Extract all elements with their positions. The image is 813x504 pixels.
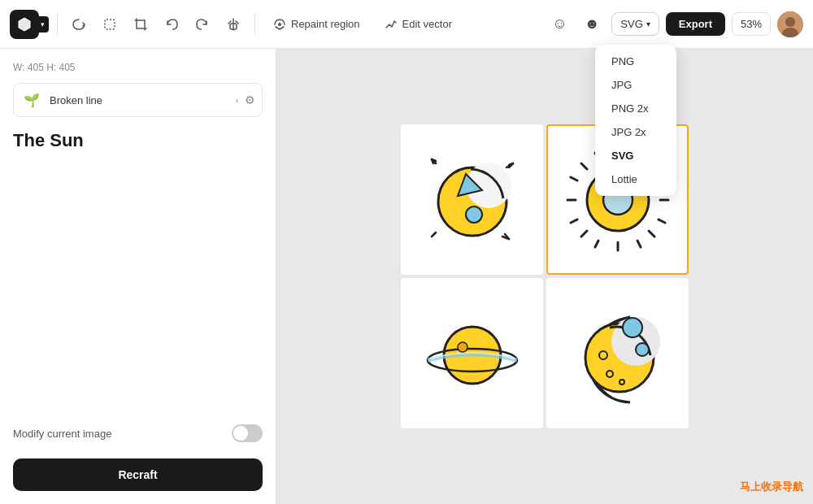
- svg-line-33: [659, 219, 665, 223]
- layer-icon: 🌱: [20, 89, 43, 111]
- format-option-lottie[interactable]: Lottie: [595, 167, 676, 191]
- panel-spacer: [13, 161, 263, 415]
- modify-label: Modify current image: [13, 428, 111, 440]
- emoji-face-button[interactable]: ☺: [546, 11, 572, 37]
- svg-point-45: [623, 318, 642, 337]
- avatar[interactable]: [777, 11, 803, 37]
- dropdown-caret-icon: ▾: [646, 20, 650, 28]
- svg-line-30: [571, 177, 577, 180]
- zoom-level[interactable]: 53%: [732, 12, 771, 36]
- format-dropdown-button[interactable]: SVG ▾: [611, 12, 659, 36]
- format-option-jpg2x[interactable]: JPG 2x: [595, 120, 676, 144]
- emoji-face2-button[interactable]: ☻: [579, 11, 605, 37]
- layer-settings-icon[interactable]: ⚙: [245, 93, 255, 106]
- pan-tool-button[interactable]: [220, 11, 246, 37]
- grid-cell-1[interactable]: [401, 124, 543, 275]
- modify-row: Modify current image: [13, 424, 263, 442]
- main-layout: W: 405 H: 405 🌱 Broken line › ⚙ The Sun …: [0, 49, 813, 504]
- format-option-svg[interactable]: SVG: [595, 144, 676, 167]
- undo-button[interactable]: [159, 11, 185, 37]
- layer-label: Broken line: [50, 94, 229, 106]
- logo-icon[interactable]: [10, 10, 39, 39]
- left-panel: W: 405 H: 405 🌱 Broken line › ⚙ The Sun …: [0, 49, 276, 504]
- format-option-jpg[interactable]: JPG: [595, 73, 676, 97]
- divider-2: [254, 13, 255, 36]
- toolbar-right: ☺ ☻ SVG ▾ Export 53%: [546, 11, 803, 37]
- grid-cell-3[interactable]: [401, 278, 543, 428]
- svg-line-31: [571, 219, 577, 223]
- watermark: 马上收录导航: [740, 480, 803, 494]
- export-button[interactable]: Export: [666, 12, 725, 36]
- grid-cell-4[interactable]: [546, 278, 689, 428]
- select-tool-button[interactable]: [97, 11, 123, 37]
- size-info: W: 405 H: 405: [13, 62, 263, 73]
- crop-tool-button[interactable]: [128, 11, 154, 37]
- recraft-button[interactable]: Recraft: [13, 458, 263, 491]
- svg-line-23: [649, 231, 654, 237]
- svg-point-2: [278, 23, 281, 26]
- edit-vector-label: Edit vector: [402, 18, 452, 30]
- format-dropdown-menu: PNG JPG PNG 2x JPG 2x SVG Lottie: [595, 45, 676, 196]
- divider-1: [57, 13, 58, 36]
- format-option-png2x[interactable]: PNG 2x: [595, 97, 676, 120]
- repaint-region-label: Repaint region: [291, 18, 360, 30]
- layer-row[interactable]: 🌱 Broken line › ⚙: [13, 83, 263, 117]
- image-title: The Sun: [13, 130, 263, 151]
- svg-line-28: [595, 241, 598, 247]
- canvas-area: [276, 49, 813, 504]
- svg-point-4: [785, 17, 795, 27]
- repaint-region-button[interactable]: Repaint region: [263, 13, 370, 36]
- layer-expand-icon: ›: [236, 96, 238, 105]
- lasso-tool-button[interactable]: [66, 11, 92, 37]
- svg-point-46: [636, 343, 649, 356]
- svg-line-24: [581, 231, 587, 237]
- redo-button[interactable]: [189, 11, 215, 37]
- svg-rect-0: [105, 20, 115, 29]
- svg-line-22: [581, 163, 587, 169]
- edit-vector-button[interactable]: Edit vector: [375, 13, 462, 36]
- modify-toggle[interactable]: [232, 424, 263, 442]
- toolbar: ▾: [0, 0, 813, 49]
- toggle-thumb: [233, 426, 248, 441]
- svg-line-29: [637, 241, 641, 247]
- svg-point-39: [458, 342, 467, 352]
- logo-group[interactable]: ▾: [10, 10, 49, 39]
- format-label: SVG: [620, 18, 642, 30]
- svg-point-17: [466, 206, 482, 223]
- svg-line-12: [432, 232, 436, 237]
- format-option-png[interactable]: PNG: [595, 50, 676, 73]
